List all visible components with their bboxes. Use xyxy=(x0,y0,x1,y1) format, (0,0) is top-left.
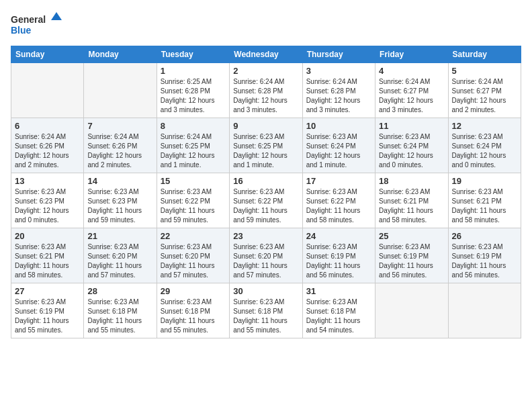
calendar-cell xyxy=(448,283,521,338)
day-info: Sunrise: 6:23 AMSunset: 6:24 PMDaylight:… xyxy=(306,132,371,170)
calendar-cell: 9Sunrise: 6:23 AMSunset: 6:25 PMDaylight… xyxy=(230,118,302,173)
calendar-cell xyxy=(375,283,448,338)
day-info: Sunrise: 6:23 AMSunset: 6:25 PMDaylight:… xyxy=(233,132,298,170)
calendar-cell: 13Sunrise: 6:23 AMSunset: 6:23 PMDayligh… xyxy=(11,173,84,228)
weekday-header: Saturday xyxy=(448,46,521,63)
calendar-cell: 23Sunrise: 6:23 AMSunset: 6:20 PMDayligh… xyxy=(230,228,302,283)
calendar-cell xyxy=(11,63,84,118)
day-number: 31 xyxy=(306,286,371,296)
day-number: 23 xyxy=(233,231,298,241)
calendar-cell: 31Sunrise: 6:23 AMSunset: 6:18 PMDayligh… xyxy=(302,283,375,338)
day-info: Sunrise: 6:24 AMSunset: 6:25 PMDaylight:… xyxy=(161,132,226,170)
day-number: 18 xyxy=(379,176,444,186)
calendar-table: SundayMondayTuesdayWednesdayThursdayFrid… xyxy=(11,46,521,338)
weekday-header: Monday xyxy=(84,46,157,63)
day-info: Sunrise: 6:23 AMSunset: 6:18 PMDaylight:… xyxy=(306,298,371,335)
day-info: Sunrise: 6:23 AMSunset: 6:24 PMDaylight:… xyxy=(379,132,444,170)
day-info: Sunrise: 6:23 AMSunset: 6:22 PMDaylight:… xyxy=(233,187,298,225)
calendar-cell: 28Sunrise: 6:23 AMSunset: 6:18 PMDayligh… xyxy=(84,283,157,338)
calendar-cell: 2Sunrise: 6:24 AMSunset: 6:28 PMDaylight… xyxy=(230,63,302,118)
calendar-cell: 11Sunrise: 6:23 AMSunset: 6:24 PMDayligh… xyxy=(375,118,448,173)
calendar-cell: 7Sunrise: 6:24 AMSunset: 6:26 PMDaylight… xyxy=(84,118,157,173)
day-info: Sunrise: 6:24 AMSunset: 6:26 PMDaylight:… xyxy=(15,132,80,170)
svg-text:Blue: Blue xyxy=(11,25,32,36)
day-number: 13 xyxy=(15,176,80,186)
calendar-cell: 3Sunrise: 6:24 AMSunset: 6:28 PMDaylight… xyxy=(302,63,375,118)
svg-text:General: General xyxy=(11,14,46,25)
calendar-week-row: 13Sunrise: 6:23 AMSunset: 6:23 PMDayligh… xyxy=(11,173,521,228)
day-number: 24 xyxy=(306,231,371,241)
day-number: 19 xyxy=(452,176,517,186)
calendar-week-row: 27Sunrise: 6:23 AMSunset: 6:19 PMDayligh… xyxy=(11,283,521,338)
calendar-cell: 21Sunrise: 6:23 AMSunset: 6:20 PMDayligh… xyxy=(84,228,157,283)
calendar-cell: 22Sunrise: 6:23 AMSunset: 6:20 PMDayligh… xyxy=(157,228,229,283)
calendar-cell: 14Sunrise: 6:23 AMSunset: 6:23 PMDayligh… xyxy=(84,173,157,228)
calendar-cell: 19Sunrise: 6:23 AMSunset: 6:21 PMDayligh… xyxy=(448,173,521,228)
calendar-cell: 24Sunrise: 6:23 AMSunset: 6:19 PMDayligh… xyxy=(302,228,375,283)
calendar-cell: 25Sunrise: 6:23 AMSunset: 6:19 PMDayligh… xyxy=(375,228,448,283)
calendar-cell: 29Sunrise: 6:23 AMSunset: 6:18 PMDayligh… xyxy=(157,283,229,338)
day-info: Sunrise: 6:23 AMSunset: 6:23 PMDaylight:… xyxy=(87,187,152,225)
day-info: Sunrise: 6:23 AMSunset: 6:21 PMDaylight:… xyxy=(379,187,444,225)
day-number: 9 xyxy=(233,121,298,131)
day-info: Sunrise: 6:23 AMSunset: 6:22 PMDaylight:… xyxy=(306,187,371,225)
day-info: Sunrise: 6:23 AMSunset: 6:20 PMDaylight:… xyxy=(233,242,298,280)
day-info: Sunrise: 6:24 AMSunset: 6:27 PMDaylight:… xyxy=(452,77,517,115)
day-info: Sunrise: 6:24 AMSunset: 6:28 PMDaylight:… xyxy=(306,77,371,115)
weekday-header: Wednesday xyxy=(230,46,302,63)
logo: General Blue xyxy=(11,11,64,38)
calendar-cell: 8Sunrise: 6:24 AMSunset: 6:25 PMDaylight… xyxy=(157,118,229,173)
calendar-cell: 12Sunrise: 6:23 AMSunset: 6:24 PMDayligh… xyxy=(448,118,521,173)
calendar-week-row: 6Sunrise: 6:24 AMSunset: 6:26 PMDaylight… xyxy=(11,118,521,173)
weekday-header: Sunday xyxy=(11,46,84,63)
day-info: Sunrise: 6:23 AMSunset: 6:19 PMDaylight:… xyxy=(379,242,444,280)
day-number: 8 xyxy=(161,121,226,131)
day-info: Sunrise: 6:23 AMSunset: 6:18 PMDaylight:… xyxy=(161,298,226,335)
day-info: Sunrise: 6:23 AMSunset: 6:19 PMDaylight:… xyxy=(452,242,517,280)
calendar-week-row: 20Sunrise: 6:23 AMSunset: 6:21 PMDayligh… xyxy=(11,228,521,283)
day-number: 5 xyxy=(452,66,517,76)
day-info: Sunrise: 6:25 AMSunset: 6:28 PMDaylight:… xyxy=(161,77,226,115)
day-number: 12 xyxy=(452,121,517,131)
day-info: Sunrise: 6:23 AMSunset: 6:21 PMDaylight:… xyxy=(452,187,517,225)
weekday-header: Thursday xyxy=(302,46,375,63)
day-info: Sunrise: 6:23 AMSunset: 6:22 PMDaylight:… xyxy=(161,187,226,225)
calendar-cell: 27Sunrise: 6:23 AMSunset: 6:19 PMDayligh… xyxy=(11,283,84,338)
day-number: 4 xyxy=(379,66,444,76)
day-number: 11 xyxy=(379,121,444,131)
calendar-cell: 30Sunrise: 6:23 AMSunset: 6:18 PMDayligh… xyxy=(230,283,302,338)
day-number: 26 xyxy=(452,231,517,241)
weekday-header: Friday xyxy=(375,46,448,63)
calendar-cell: 6Sunrise: 6:24 AMSunset: 6:26 PMDaylight… xyxy=(11,118,84,173)
day-info: Sunrise: 6:23 AMSunset: 6:18 PMDaylight:… xyxy=(233,298,298,335)
calendar-cell: 26Sunrise: 6:23 AMSunset: 6:19 PMDayligh… xyxy=(448,228,521,283)
day-number: 28 xyxy=(87,286,152,296)
day-info: Sunrise: 6:24 AMSunset: 6:26 PMDaylight:… xyxy=(87,132,152,170)
day-number: 22 xyxy=(161,231,226,241)
day-number: 25 xyxy=(379,231,444,241)
day-number: 30 xyxy=(233,286,298,296)
calendar-cell: 5Sunrise: 6:24 AMSunset: 6:27 PMDaylight… xyxy=(448,63,521,118)
day-number: 6 xyxy=(15,121,80,131)
day-number: 3 xyxy=(306,66,371,76)
day-info: Sunrise: 6:23 AMSunset: 6:23 PMDaylight:… xyxy=(15,187,80,225)
calendar-cell: 18Sunrise: 6:23 AMSunset: 6:21 PMDayligh… xyxy=(375,173,448,228)
calendar-cell: 20Sunrise: 6:23 AMSunset: 6:21 PMDayligh… xyxy=(11,228,84,283)
day-info: Sunrise: 6:23 AMSunset: 6:19 PMDaylight:… xyxy=(15,298,80,335)
calendar-cell: 10Sunrise: 6:23 AMSunset: 6:24 PMDayligh… xyxy=(302,118,375,173)
logo-svg: General Blue xyxy=(11,11,64,38)
calendar-header-row: SundayMondayTuesdayWednesdayThursdayFrid… xyxy=(11,46,521,63)
day-info: Sunrise: 6:23 AMSunset: 6:18 PMDaylight:… xyxy=(87,298,152,335)
day-number: 2 xyxy=(233,66,298,76)
day-info: Sunrise: 6:23 AMSunset: 6:21 PMDaylight:… xyxy=(15,242,80,280)
day-number: 10 xyxy=(306,121,371,131)
calendar-cell: 16Sunrise: 6:23 AMSunset: 6:22 PMDayligh… xyxy=(230,173,302,228)
calendar-cell: 17Sunrise: 6:23 AMSunset: 6:22 PMDayligh… xyxy=(302,173,375,228)
day-number: 17 xyxy=(306,176,371,186)
day-number: 21 xyxy=(87,231,152,241)
calendar-cell: 15Sunrise: 6:23 AMSunset: 6:22 PMDayligh… xyxy=(157,173,229,228)
day-info: Sunrise: 6:23 AMSunset: 6:24 PMDaylight:… xyxy=(452,132,517,170)
day-info: Sunrise: 6:23 AMSunset: 6:20 PMDaylight:… xyxy=(87,242,152,280)
day-number: 14 xyxy=(87,176,152,186)
svg-marker-2 xyxy=(51,12,62,20)
